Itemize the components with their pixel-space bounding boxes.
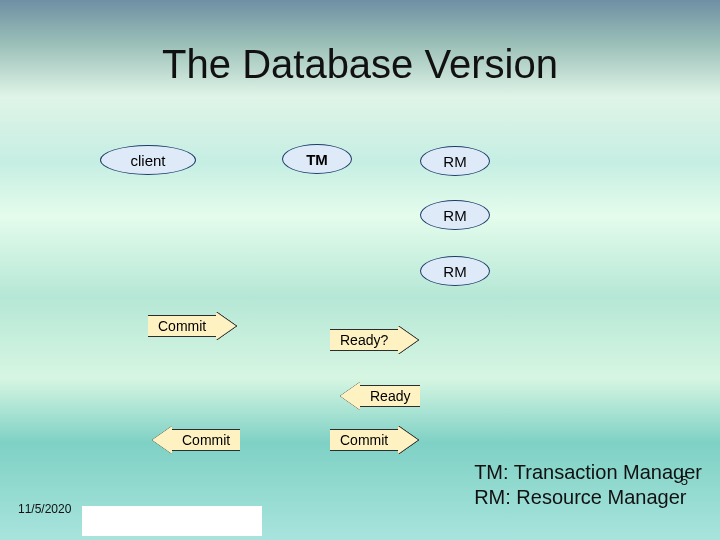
msg-label: Ready — [360, 385, 420, 407]
msg-label: Commit — [148, 315, 216, 337]
arrow-left-icon — [152, 426, 172, 454]
msg-commit-3: Commit — [330, 426, 418, 454]
node-tm: TM — [282, 144, 352, 174]
node-client: client — [100, 145, 196, 175]
msg-label: Commit — [172, 429, 240, 451]
arrow-right-icon — [398, 426, 418, 454]
msg-commit-1: Commit — [148, 312, 236, 340]
slide-date: 11/5/2020 — [18, 502, 71, 516]
legend: TM: Transaction Manager RM: Resource Man… — [474, 460, 702, 510]
msg-label: Ready? — [330, 329, 398, 351]
arrow-left-icon — [340, 382, 360, 410]
arrow-right-icon — [398, 326, 418, 354]
msg-ready-question: Ready? — [330, 326, 418, 354]
msg-label: Commit — [330, 429, 398, 451]
legend-line-rm: RM: Resource Manager — [474, 485, 702, 510]
node-rm-1: RM — [420, 146, 490, 176]
footer-box — [82, 506, 262, 536]
arrow-right-icon — [216, 312, 236, 340]
legend-line-tm: TM: Transaction Manager — [474, 460, 702, 485]
msg-commit-2: Commit — [152, 426, 240, 454]
node-rm-2: RM — [420, 200, 490, 230]
slide-title: The Database Version — [0, 42, 720, 87]
msg-ready: Ready — [340, 382, 420, 410]
slide: The Database Version client TM RM RM RM … — [0, 0, 720, 540]
node-rm-3: RM — [420, 256, 490, 286]
